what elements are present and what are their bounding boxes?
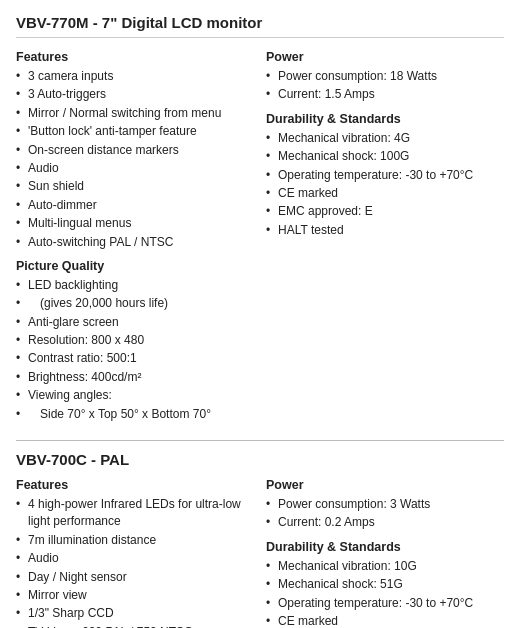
- list-item: Mechanical shock: 100G: [266, 148, 504, 165]
- list-item: On-screen distance markers: [16, 142, 256, 159]
- list-item: CE marked: [266, 185, 504, 202]
- list-item: Resolution: 800 x 480: [16, 332, 256, 349]
- list-item: Mechanical vibration: 4G: [266, 130, 504, 147]
- list-item: Mechanical shock: 51G: [266, 576, 504, 593]
- product2-power-header: Power: [266, 478, 504, 492]
- list-item: 1/3" Sharp CCD: [16, 605, 256, 622]
- list-item: Audio: [16, 160, 256, 177]
- product2-features-list: 4 high-power Infrared LEDs for ultra-low…: [16, 496, 256, 628]
- list-item: Brightness: 400cd/m²: [16, 369, 256, 386]
- list-item: Power consumption: 18 Watts: [266, 68, 504, 85]
- product2-durability-list: Mechanical vibration: 10G Mechanical sho…: [266, 558, 504, 628]
- product2-features-header: Features: [16, 478, 256, 492]
- list-item: TV Lines: 620 PAL / 750 NTSC: [16, 624, 256, 628]
- product1-power-list: Power consumption: 18 Watts Current: 1.5…: [266, 68, 504, 104]
- list-item: Day / Night sensor: [16, 569, 256, 586]
- list-item: Multi-lingual menus: [16, 215, 256, 232]
- product1-right-col: Power Power consumption: 18 Watts Curren…: [266, 50, 504, 424]
- list-item: 3 camera inputs: [16, 68, 256, 85]
- product-divider: [16, 440, 504, 441]
- list-item: Contrast ratio: 500:1: [16, 350, 256, 367]
- product2-right-col: Power Power consumption: 3 Watts Current…: [266, 478, 504, 628]
- list-item: Current: 0.2 Amps: [266, 514, 504, 531]
- list-item: LED backlighting: [16, 277, 256, 294]
- list-item: Mechanical vibration: 10G: [266, 558, 504, 575]
- list-item: Auto-dimmer: [16, 197, 256, 214]
- product2-title: VBV-700C - PAL: [16, 451, 504, 468]
- list-item: Power consumption: 3 Watts: [266, 496, 504, 513]
- list-item: Operating temperature: -30 to +70°C: [266, 167, 504, 184]
- list-item: Current: 1.5 Amps: [266, 86, 504, 103]
- list-item: EMC approved: E: [266, 203, 504, 220]
- product1-power-header: Power: [266, 50, 504, 64]
- list-item: Mirror / Normal switching from menu: [16, 105, 256, 122]
- list-item: Anti-glare screen: [16, 314, 256, 331]
- product1-left-col: Features 3 camera inputs 3 Auto-triggers…: [16, 50, 256, 424]
- product1-features-header: Features: [16, 50, 256, 64]
- product1-title: VBV-770M - 7" Digital LCD monitor: [16, 14, 504, 38]
- list-item: Sun shield: [16, 178, 256, 195]
- product2-durability-header: Durability & Standards: [266, 540, 504, 554]
- list-item: 3 Auto-triggers: [16, 86, 256, 103]
- list-item-text: Side 70° x Top 50° x Bottom 70°: [40, 407, 211, 421]
- list-item: Operating temperature: -30 to +70°C: [266, 595, 504, 612]
- list-item: 'Button lock' anti-tamper feature: [16, 123, 256, 140]
- product2-left-col: Features 4 high-power Infrared LEDs for …: [16, 478, 256, 628]
- list-item: HALT tested: [266, 222, 504, 239]
- product1-features-list: 3 camera inputs 3 Auto-triggers Mirror /…: [16, 68, 256, 251]
- list-item: 7m illumination distance: [16, 532, 256, 549]
- product2-section: VBV-700C - PAL Features 4 high-power Inf…: [16, 451, 504, 628]
- list-item: Mirror view: [16, 587, 256, 604]
- list-item: CE marked: [266, 613, 504, 628]
- list-item: Viewing angles:: [16, 387, 256, 404]
- list-item: 4 high-power Infrared LEDs for ultra-low…: [16, 496, 256, 531]
- product1-picture-header: Picture Quality: [16, 259, 256, 273]
- product1-durability-list: Mechanical vibration: 4G Mechanical shoc…: [266, 130, 504, 239]
- list-item: Auto-switching PAL / NTSC: [16, 234, 256, 251]
- list-item-indent: (gives 20,000 hours life): [16, 295, 256, 312]
- list-item: Audio: [16, 550, 256, 567]
- list-item-indent: Side 70° x Top 50° x Bottom 70°: [16, 406, 256, 423]
- product1-durability-header: Durability & Standards: [266, 112, 504, 126]
- product1-picture-list: LED backlighting (gives 20,000 hours lif…: [16, 277, 256, 423]
- product2-power-list: Power consumption: 3 Watts Current: 0.2 …: [266, 496, 504, 532]
- list-item-text: (gives 20,000 hours life): [40, 296, 168, 310]
- product1-section: VBV-770M - 7" Digital LCD monitor Featur…: [16, 14, 504, 424]
